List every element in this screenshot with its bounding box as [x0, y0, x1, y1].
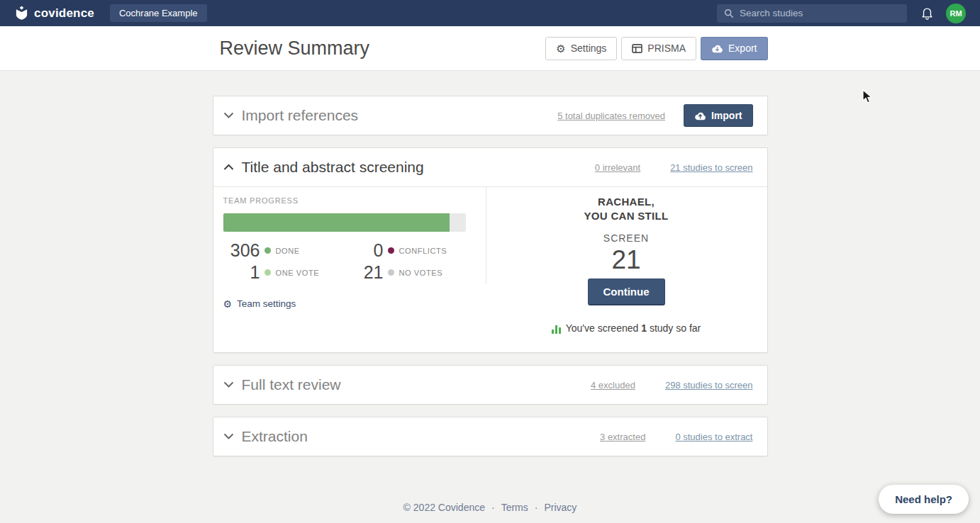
conflicts-count: 0: [343, 240, 384, 261]
gear-icon: ⚙: [223, 299, 233, 309]
conflicts-dot-icon: [388, 247, 394, 254]
chevron-down-icon[interactable]: [223, 381, 234, 388]
continue-button[interactable]: Continue: [588, 279, 665, 305]
privacy-link[interactable]: Privacy: [544, 502, 577, 513]
screening-stats: 306 DONE 0 CONFLICTS 1 ONE VOTE 21 NO VO…: [223, 240, 466, 283]
main-content: Import references 5 total duplicates rem…: [0, 71, 980, 523]
vertical-divider: [486, 187, 486, 284]
screened-count: 1: [641, 322, 647, 334]
team-progress-label: TEAM PROGRESS: [223, 196, 466, 205]
one-vote-dot-icon: [265, 269, 271, 276]
extraction-section-title[interactable]: Extraction: [242, 428, 308, 445]
prisma-button[interactable]: PRISMA: [621, 37, 696, 60]
conflicts-label: CONFLICTS: [399, 247, 466, 255]
studies-to-screen-link[interactable]: 21 studies to screen: [670, 162, 752, 173]
team-settings-link[interactable]: ⚙ Team settings: [223, 298, 296, 309]
footer: © 2022 Covidence·Terms·Privacy: [0, 502, 980, 513]
page-title: Review Summary: [213, 38, 370, 60]
topbar: covidence Cochrane Example RM: [0, 0, 980, 26]
brand-name: covidence: [34, 6, 94, 21]
notifications-bell-icon[interactable]: [921, 6, 933, 20]
team-progress-bar: [223, 213, 466, 232]
need-help-button[interactable]: Need help?: [879, 485, 969, 514]
chevron-down-icon[interactable]: [223, 433, 234, 440]
search-icon: [724, 9, 734, 18]
import-section-title[interactable]: Import references: [242, 107, 359, 124]
export-button-label: Export: [728, 43, 757, 53]
full-text-review-section: Full text review 4 excluded 298 studies …: [213, 365, 768, 405]
cloud-upload-icon: [694, 111, 706, 120]
done-count: 306: [223, 240, 260, 261]
bar-chart-icon: [552, 324, 561, 334]
cta-name-line: RACHAEL,: [486, 195, 767, 209]
extraction-section: Extraction 3 extracted 0 studies to extr…: [213, 417, 768, 456]
screened-prefix: You've screened: [566, 322, 639, 334]
import-references-section: Import references 5 total duplicates rem…: [213, 96, 768, 135]
project-selector[interactable]: Cochrane Example: [110, 4, 207, 22]
studies-to-extract-link[interactable]: 0 studies to extract: [675, 432, 752, 442]
no-votes-label: NO VOTES: [399, 269, 466, 277]
team-progress-fill: [223, 213, 450, 232]
copyright-text: © 2022 Covidence: [403, 502, 485, 513]
covidence-shield-icon: [14, 6, 29, 21]
search-box[interactable]: [717, 4, 907, 23]
irrelevant-link[interactable]: 0 irrelevant: [595, 162, 640, 173]
one-vote-label: ONE VOTE: [276, 269, 343, 277]
gear-icon: ⚙: [556, 43, 565, 54]
no-votes-dot-icon: [388, 269, 394, 276]
import-button-label: Import: [711, 111, 742, 120]
cta-screen-label: SCREEN: [486, 232, 767, 244]
screened-suffix: study so far: [650, 322, 701, 334]
search-input[interactable]: [740, 8, 900, 18]
settings-button-label: Settings: [571, 43, 607, 53]
terms-link[interactable]: Terms: [501, 502, 528, 513]
extracted-link[interactable]: 3 extracted: [600, 432, 645, 442]
no-votes-count: 21: [343, 262, 384, 283]
screened-note: You've screened 1 study so far: [552, 322, 701, 334]
fulltext-studies-link[interactable]: 298 studies to screen: [665, 380, 753, 390]
user-avatar[interactable]: RM: [946, 4, 966, 23]
duplicates-removed-link[interactable]: 5 total duplicates removed: [557, 111, 665, 121]
excluded-link[interactable]: 4 excluded: [591, 380, 635, 390]
prisma-button-label: PRISMA: [647, 43, 686, 53]
covidence-logo[interactable]: covidence: [14, 6, 94, 21]
cta-line2: YOU CAN STILL: [486, 209, 767, 223]
cta-screen-count: 21: [486, 245, 767, 276]
done-label: DONE: [276, 247, 343, 255]
title-abstract-screening-section: Title and abstract screening 0 irrelevan…: [213, 147, 768, 353]
cloud-download-icon: [711, 44, 723, 53]
chevron-up-icon[interactable]: [223, 164, 234, 171]
done-dot-icon: [265, 247, 271, 254]
screening-section-title[interactable]: Title and abstract screening: [242, 159, 424, 176]
chevron-down-icon[interactable]: [223, 112, 234, 119]
prisma-table-icon: [632, 44, 642, 53]
one-vote-count: 1: [223, 262, 260, 283]
import-button[interactable]: Import: [684, 104, 753, 127]
export-button[interactable]: Export: [701, 37, 767, 60]
fulltext-section-title[interactable]: Full text review: [242, 376, 341, 393]
settings-button[interactable]: ⚙ Settings: [545, 37, 617, 60]
team-settings-label: Team settings: [237, 298, 296, 309]
page-header: Review Summary ⚙ Settings PRISMA: [0, 26, 980, 71]
